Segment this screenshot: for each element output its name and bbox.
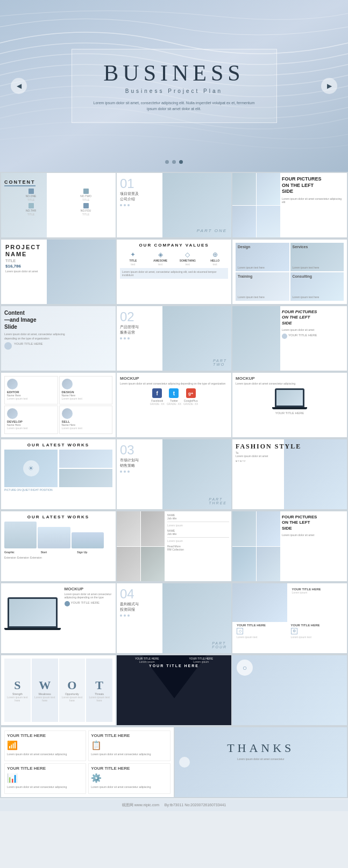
content-image-desc: Lorem ipsum dolor sit amet, consectetur … xyxy=(4,332,112,336)
mockup-laptop-slide: MOCKUP Lorem ipsum dolor sit amet consec… xyxy=(232,373,347,437)
team-item-2: DESIGN Name Here Lorem ipsum text xyxy=(59,376,113,404)
training-cell: Training Lorem ipsum text here xyxy=(236,272,289,301)
team-slide: EDITOR Name Here Lorem ipsum text DESIGN… xyxy=(1,373,116,437)
slides-container: CONTENT NO.ONE TITLE NO.TWO TITLE NO. xyxy=(0,172,348,798)
part-three-slide: 03 市场计划与 销售策略 PARTTHREE xyxy=(117,439,231,509)
icons-slide: YOUR TITLE HERE 📶 Lorem ipsum dolor sit … xyxy=(1,727,174,797)
person-photo-1 xyxy=(117,511,140,546)
swot-s: S Strength Lorem ipsum text here xyxy=(4,659,31,722)
consulting-cell: Consulting Lorem ipsum text here xyxy=(290,272,344,301)
latest-works-2-items xyxy=(4,522,112,548)
latest-works-2-title: OUR LATEST WORKS xyxy=(4,515,112,519)
hero-nav-left[interactable]: ◀ xyxy=(11,78,27,94)
project-price: $16,786 xyxy=(5,264,111,269)
mockup-laptop-title: MOCKUP xyxy=(236,376,344,381)
swot-t: T Threats Lorem ipsum text here xyxy=(86,659,112,722)
your-title-right-top: YOUR TITLE HERE Lorem ipsum xyxy=(290,588,343,594)
person-photo-3 xyxy=(117,547,140,582)
thanks-text-area: THANKS Lorem ipsum dolor sit amet consec… xyxy=(178,730,344,761)
dot-1[interactable] xyxy=(165,160,169,164)
laptop-icon xyxy=(275,388,304,407)
part-four-slide: 04 盈利模式与 投资回报 PARTFOUR xyxy=(117,583,231,653)
part-two-footer: PARTTWO xyxy=(213,359,227,366)
hero-slide: ◀ BUSINESS Business Project Plan Lorem i… xyxy=(0,0,348,172)
dot-2[interactable] xyxy=(172,160,176,164)
mockup-social-slide: MOCKUP Lorem ipsum dolor sit amet consec… xyxy=(117,373,231,437)
person-photo-2 xyxy=(141,511,165,546)
four-left-title: FOUR PICTURESON THE LEFTSIDE xyxy=(282,176,344,195)
no-thr-item: NO.THR TITLE xyxy=(4,203,58,216)
arrow-right-icon: ▶ xyxy=(327,82,332,90)
content-slide: CONTENT NO.ONE TITLE NO.TWO TITLE NO. xyxy=(1,173,116,237)
twitter-cell: t Twitter GRADE: XX xyxy=(167,388,181,406)
swot-slide: S Strength Lorem ipsum text here W Weakn… xyxy=(1,655,116,725)
thanks-slide: THANKS Lorem ipsum dolor sit amet consec… xyxy=(175,727,347,797)
content-image-title: Content —and Image Slide xyxy=(4,309,112,330)
mockup-icon xyxy=(65,601,70,606)
laptop-big-base xyxy=(4,628,61,630)
part-one-label: 项目背景及 公司介绍 xyxy=(120,191,228,202)
four-left-3-title: FOUR PICTURESON THE LEFTSIDE xyxy=(282,515,344,531)
latest-works-img-3 xyxy=(59,469,112,487)
watermark: 昵图网 www.nipic.com xyxy=(122,803,159,807)
icon-item-chart: YOUR TITLE HERE 📊 Lorem ipsum dolor sit … xyxy=(4,763,86,794)
company-values-slide: OUR COMPANY VALUES ✦ TITLE text ◈ AWESOM… xyxy=(117,240,231,304)
triangle-slide: YOUR TITLE HERE YOUR TITLE HERE Lorem ip… xyxy=(117,655,231,725)
part-four-footer: PARTFOUR xyxy=(212,641,227,649)
hero-nav-right[interactable]: ▶ xyxy=(321,78,337,94)
content-image-slide: Content —and Image Slide Lorem ipsum dol… xyxy=(1,306,116,371)
value-item-3: ◇ SOMETHING text xyxy=(175,251,201,266)
no-thr-label: NO.THR xyxy=(26,209,36,212)
part-two-slide: 02 产品管理与 服务运营 PARTTWO xyxy=(117,306,231,371)
bottom-right-placeholder: ○ xyxy=(232,655,347,725)
company-values-title: OUR COMPANY VALUES xyxy=(120,243,228,248)
mockup-laptop-big-slide: MOCKUP Lorem ipsum dolor sit amet consec… xyxy=(1,583,116,653)
your-title-bottom-grid: YOUR TITLE HERE ◇ Lorem ipsum text YOUR … xyxy=(237,624,343,639)
content-image-icon xyxy=(4,342,12,350)
services-cell: Services Lorem ipsum text here xyxy=(290,243,344,271)
hero-content-box: BUSINESS Business Project Plan Lorem ips… xyxy=(72,49,277,123)
part-four-label: 盈利模式与 投资回报 xyxy=(120,602,228,612)
your-title-grid-slide: YOUR TITLE HERE Lorem ipsum YOUR TITLE H… xyxy=(232,583,347,653)
icon-item-gear: YOUR TITLE HERE ⚙️ Lorem ipsum dolor sit… xyxy=(88,763,170,794)
part-one-num: 01 xyxy=(120,176,228,191)
mockup-laptop-big-text: MOCKUP Lorem ipsum dolor sit amet consec… xyxy=(65,587,112,606)
content-image-tag: YOUR TITLE HERE xyxy=(14,342,43,350)
no-fou-label: NO.FOU xyxy=(81,209,91,212)
project-desc: Lorem ipsum dolor sit amet xyxy=(5,270,111,273)
part-four-photos-slide: NAME Job title Lorem ipsum NAME Job titl… xyxy=(117,511,231,581)
part-two-num: 02 xyxy=(120,309,228,324)
four-left-desc: Lorem ipsum dolor sit amet consectetur a… xyxy=(282,197,344,204)
team-item-3: DEVELOP Name Here Lorem ipsum text xyxy=(4,406,58,434)
thanks-circle-icon xyxy=(179,757,190,768)
part-three-num: 03 xyxy=(120,443,228,458)
content-image-sub: depending on the type of organization xyxy=(4,337,112,340)
icon-item-wifi: YOUR TITLE HERE 📶 Lorem ipsum dolor sit … xyxy=(4,730,86,761)
no-fou-item: NO.FOU TITLE xyxy=(59,203,112,216)
four-left-3-slide: FOUR PICTURESON THE LEFTSIDE Lorem ipsum… xyxy=(232,511,347,581)
thanks-title: THANKS xyxy=(178,741,344,755)
hero-subtitle: Business Project Plan xyxy=(94,88,255,94)
part-two-label: 产品管理与 服务运营 xyxy=(120,324,228,335)
latest-works-2-slide: OUR LATEST WORKS Graphic Start Sign Up E… xyxy=(1,511,116,581)
laptop-base xyxy=(272,407,307,409)
dot-3[interactable] xyxy=(179,160,183,164)
latest-works-main-img: ☀ xyxy=(4,450,58,487)
no-one-label: NO.ONE xyxy=(26,194,37,198)
googleplus-cell: g+ GooglePlus GRADE: XX xyxy=(183,388,198,406)
project-name-slide: PROJECTNAME TITLE $16,786 Lorem ipsum do… xyxy=(1,240,116,304)
no-two-item: NO.TWO TITLE xyxy=(59,189,112,201)
icon-item-docs: YOUR TITLE HERE 📋 Lorem ipsum dolor sit … xyxy=(88,730,170,761)
project-name-title: PROJECTNAME xyxy=(5,244,111,258)
design-services-slide: Design Lorem ipsum text here Services Lo… xyxy=(232,240,347,304)
project-title-label: TITLE xyxy=(5,259,111,263)
hero-desc: Lorem ipsum dolor sit amet, consectetur … xyxy=(94,100,255,112)
mockup-social-title: MOCKUP xyxy=(120,376,228,381)
four-left-2-icon xyxy=(282,334,287,339)
value-item-2: ◈ AWESOME text xyxy=(147,251,174,266)
latest-works-1-title: OUR LATEST WORKS xyxy=(4,443,112,447)
four-left-2-title: FOUR PICTURESON THE LEFTSIDE xyxy=(282,309,344,326)
team-item-1: EDITOR Name Here Lorem ipsum text xyxy=(4,376,58,404)
fashion-style-title: FASHION STYLE xyxy=(236,443,344,450)
br-circle-icon: ○ xyxy=(237,660,253,676)
